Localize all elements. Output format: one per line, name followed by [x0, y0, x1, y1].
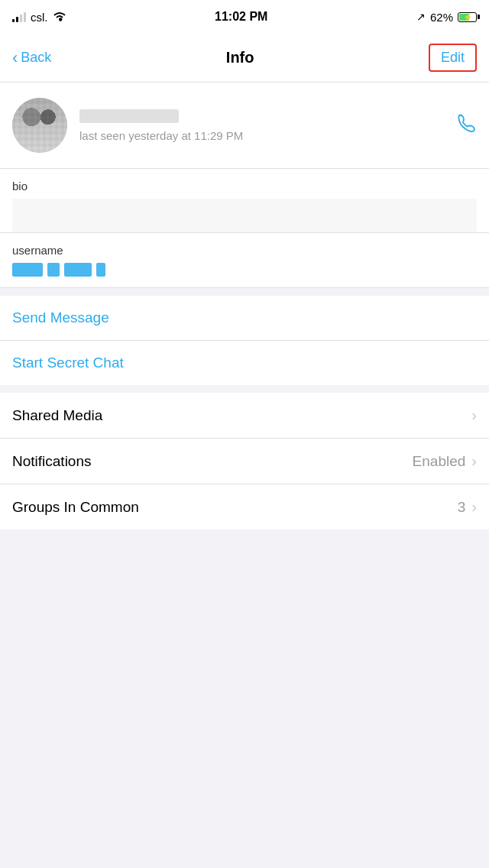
- avatar-overlay: [12, 98, 67, 153]
- notifications-value: Enabled ›: [413, 452, 477, 470]
- groups-in-common-label: Groups In Common: [12, 499, 139, 516]
- shared-media-row[interactable]: Shared Media ›: [0, 393, 489, 439]
- status-time: 11:02 PM: [215, 10, 267, 24]
- shared-media-label: Shared Media: [12, 407, 102, 424]
- location-icon: ↗: [416, 11, 426, 23]
- groups-in-common-value: 3 ›: [458, 498, 477, 516]
- info-rows-section: Shared Media › Notifications Enabled › G…: [0, 393, 489, 530]
- notifications-row[interactable]: Notifications Enabled ›: [0, 439, 489, 484]
- signal-bars: [12, 11, 26, 22]
- actions-section: Send Message Start Secret Chat: [0, 296, 489, 385]
- back-label: Back: [21, 50, 51, 66]
- notifications-status: Enabled: [413, 453, 466, 470]
- status-right: ↗ 62% ⚡: [416, 11, 477, 24]
- chevron-right-icon: ›: [471, 452, 477, 470]
- bio-label: bio: [12, 180, 477, 193]
- username-value: [12, 263, 477, 277]
- chevron-right-icon: ›: [471, 406, 477, 424]
- call-button[interactable]: [455, 112, 477, 139]
- username-section: username: [0, 233, 489, 288]
- profile-status: last seen yesterday at 11:29 PM: [79, 129, 477, 142]
- bio-section: bio: [0, 169, 489, 233]
- battery-percent: 62%: [430, 11, 453, 24]
- profile-name-placeholder: [79, 109, 179, 123]
- profile-info: last seen yesterday at 11:29 PM: [79, 109, 477, 142]
- profile-section: last seen yesterday at 11:29 PM: [0, 83, 489, 169]
- carrier: csl.: [31, 11, 48, 24]
- navigation-bar: ‹ Back Info Edit: [0, 34, 489, 83]
- battery-icon-container: ⚡: [458, 12, 477, 22]
- username-block-4: [96, 263, 105, 277]
- wifi-icon: [53, 11, 66, 24]
- edit-button[interactable]: Edit: [429, 44, 477, 72]
- username-label: username: [12, 244, 477, 257]
- send-message-button[interactable]: Send Message: [0, 296, 489, 341]
- back-chevron-icon: ‹: [12, 48, 18, 68]
- start-secret-chat-button[interactable]: Start Secret Chat: [0, 341, 489, 385]
- chevron-right-icon: ›: [471, 498, 477, 516]
- shared-media-value: ›: [471, 406, 477, 424]
- status-left: csl.: [12, 11, 66, 24]
- page-title: Info: [226, 49, 254, 66]
- username-block-1: [12, 263, 43, 277]
- back-button[interactable]: ‹ Back: [12, 48, 51, 68]
- groups-in-common-row[interactable]: Groups In Common 3 ›: [0, 484, 489, 530]
- bio-value: [12, 199, 477, 232]
- avatar: [12, 98, 67, 153]
- status-bar: csl. 11:02 PM ↗ 62% ⚡: [0, 0, 489, 34]
- username-block-2: [47, 263, 60, 277]
- groups-count: 3: [458, 499, 466, 516]
- notifications-label: Notifications: [12, 453, 92, 470]
- username-block-3: [64, 263, 92, 277]
